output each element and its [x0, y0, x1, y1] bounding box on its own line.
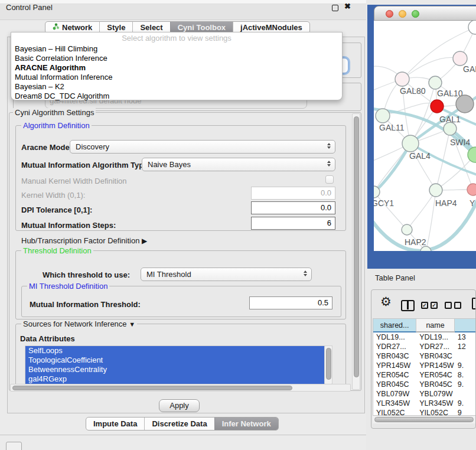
- mi-steps-field[interactable]: 6: [251, 217, 335, 230]
- mac-zoom-button[interactable]: [412, 10, 419, 18]
- checked-columns-icon[interactable]: ✓ ✓: [421, 302, 438, 309]
- network-node[interactable]: [456, 95, 474, 113]
- threshold-definition-label: Threshold Definition: [21, 246, 93, 255]
- settings-hscrollbar-track[interactable]: [10, 384, 351, 392]
- cell[interactable]: [455, 389, 476, 399]
- network-node-swi4[interactable]: [444, 122, 457, 135]
- network-node[interactable]: [468, 21, 476, 34]
- cell[interactable]: YBR043C: [416, 351, 455, 361]
- unchecked-columns-icon[interactable]: [445, 302, 461, 309]
- cell[interactable]: YDL19...: [416, 332, 455, 342]
- apply-button[interactable]: Apply: [159, 399, 200, 412]
- cell[interactable]: YBL079W: [373, 389, 416, 399]
- mac-close-button[interactable]: [386, 10, 393, 18]
- mac-minimize-button[interactable]: [399, 10, 406, 18]
- cell[interactable]: YLR345W: [416, 399, 455, 408]
- partial-corner-button[interactable]: [6, 442, 22, 450]
- aracne-mode-combo[interactable]: Discovery: [70, 140, 335, 154]
- cell[interactable]: YPR145W: [416, 361, 455, 370]
- column-header-2[interactable]: [455, 319, 476, 332]
- float-window-icon[interactable]: [332, 5, 338, 11]
- cell[interactable]: YBR043C: [373, 351, 416, 361]
- settings-hscrollbar-thumb[interactable]: [12, 386, 292, 390]
- settings-scrollbar-track[interactable]: [352, 113, 360, 390]
- cell[interactable]: 8.: [455, 370, 476, 380]
- sources-expander[interactable]: Sources for Network Inference ▼: [21, 319, 137, 328]
- table-row[interactable]: YBR043CYBR043C: [373, 351, 476, 361]
- table-row[interactable]: YBL079WYBL079W: [373, 389, 476, 399]
- screen: Control Panel ✖ NetworkStyleSelectCyni T…: [0, 0, 476, 450]
- column-header-shared-[interactable]: shared...: [373, 319, 416, 332]
- table-row[interactable]: YDL19...YDL19...13: [373, 332, 476, 342]
- tab-label: Discretize Data: [152, 419, 207, 428]
- which-threshold-combo[interactable]: MI Threshold: [141, 268, 312, 281]
- dpi-tolerance-field[interactable]: 0.0: [251, 201, 335, 214]
- network-node-gal1[interactable]: [431, 100, 444, 113]
- cell[interactable]: 9.: [455, 399, 476, 408]
- network-node-gal4[interactable]: [402, 135, 419, 152]
- settings-scrollbar-thumb[interactable]: [354, 116, 359, 377]
- cell[interactable]: 9.: [455, 361, 476, 370]
- network-node-gal11[interactable]: [376, 109, 390, 123]
- table-row[interactable]: YER054CYER054C8.: [373, 370, 476, 380]
- algorithm-definition-label: Algorithm Definition: [21, 121, 92, 130]
- cell[interactable]: YER054C: [416, 370, 455, 380]
- attributes-scrollbar-track[interactable]: [324, 345, 332, 384]
- table-hscrollbar-track[interactable]: [373, 415, 476, 423]
- network-node-hap2[interactable]: [402, 224, 412, 235]
- algorithm-option-dream8-dc-tdc-algorithm[interactable]: Dream8 DC_TDC Algorithm: [11, 92, 342, 101]
- bottom-tab-infer-network[interactable]: Infer Network: [214, 418, 278, 430]
- cell[interactable]: YDR27...: [373, 342, 416, 351]
- table-row[interactable]: YBR045CYBR045C9.: [373, 380, 476, 389]
- network-view-canvas[interactable]: GALGAL80GAL10GAL1GAL11SWI4GAL4GCY1HAP4YH…: [374, 21, 476, 251]
- cell[interactable]: YER054C: [373, 370, 416, 380]
- cell[interactable]: 12: [455, 342, 476, 351]
- table-row[interactable]: YLR345WYLR345W9.: [373, 399, 476, 408]
- cell[interactable]: YBL079W: [416, 389, 455, 399]
- network-node-hap4[interactable]: [429, 184, 442, 197]
- algorithm-option-basic-correlation-inference[interactable]: Basic Correlation Inference: [11, 54, 342, 63]
- cell[interactable]: 13: [455, 332, 476, 342]
- split-columns-icon[interactable]: [401, 300, 415, 311]
- export-table-icon[interactable]: [472, 298, 476, 309]
- bottom-tab-discretize-data[interactable]: Discretize Data: [144, 418, 214, 430]
- close-panel-icon[interactable]: ✖: [344, 2, 351, 11]
- bottom-tab-impute-data[interactable]: Impute Data: [86, 418, 144, 430]
- attribute-item[interactable]: SelfLoops: [25, 346, 332, 356]
- cell[interactable]: YDL19...: [373, 332, 416, 342]
- column-header-name[interactable]: name: [416, 319, 455, 332]
- attribute-item[interactable]: gal4RGexp: [25, 374, 332, 384]
- algorithm-option-bayesian-hill-climbing[interactable]: Bayesian – Hill Climbing: [11, 44, 342, 54]
- table-row[interactable]: YPR145WYPR145W9.: [373, 361, 476, 370]
- attributes-scrollbar-thumb[interactable]: [326, 348, 331, 380]
- cell[interactable]: YBR045C: [416, 380, 455, 389]
- mi-type-combo[interactable]: Naive Bayes: [142, 158, 335, 171]
- mi-threshold-field[interactable]: 0.5: [249, 296, 332, 309]
- table-row[interactable]: YDR27...YDR27...12: [373, 342, 476, 351]
- network-node-y[interactable]: [467, 184, 476, 195]
- sources-label: Sources for Network Inference: [23, 319, 127, 328]
- algorithm-option-mutual-information-inference[interactable]: Mutual Information Inference: [11, 73, 342, 82]
- network-node-gal80[interactable]: [395, 72, 409, 86]
- checkbox-empty-icon: [454, 302, 461, 309]
- tab-label: Cyni Toolbox: [178, 23, 226, 32]
- hub-definition-expander[interactable]: Hub/Transcription Factor Definition ▶: [21, 236, 147, 245]
- manual-kernel-checkbox[interactable]: [325, 175, 334, 184]
- network-node-gal10[interactable]: [429, 76, 442, 89]
- cell[interactable]: YDR27...: [416, 342, 455, 351]
- gear-icon[interactable]: ⚙: [380, 295, 392, 309]
- attribute-item[interactable]: TopologicalCoefficient: [25, 356, 332, 365]
- cell[interactable]: [455, 351, 476, 361]
- cell[interactable]: YBR045C: [373, 380, 416, 389]
- cell[interactable]: YLR345W: [373, 399, 416, 408]
- network-window-titlebar[interactable]: [374, 6, 476, 21]
- algorithm-option-aracne-algorithm[interactable]: ARACNE Algorithm: [11, 63, 342, 73]
- network-node-gal[interactable]: [453, 51, 467, 66]
- attribute-item[interactable]: BetweennessCentrality: [25, 365, 332, 374]
- cell[interactable]: YPR145W: [373, 361, 416, 370]
- algorithm-option-bayesian-k2[interactable]: Bayesian – K2: [11, 82, 342, 92]
- table-hscrollbar-thumb[interactable]: [374, 417, 474, 422]
- panel-title: Control Panel: [6, 3, 53, 12]
- kernel-width-field[interactable]: 0.0: [251, 187, 335, 200]
- cell[interactable]: 9.: [455, 380, 476, 389]
